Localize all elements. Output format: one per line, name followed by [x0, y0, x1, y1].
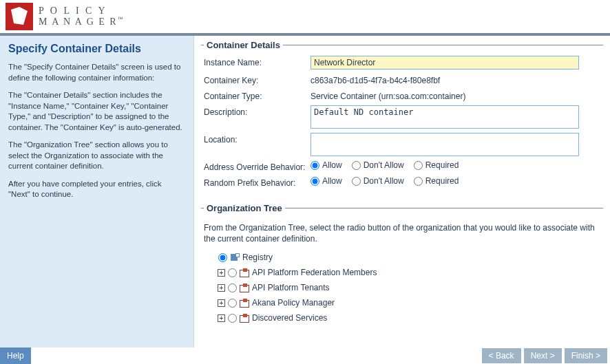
- org-tree-legend: Organization Tree: [204, 203, 285, 213]
- back-button[interactable]: < Back: [482, 348, 521, 363]
- org-tree-info: From the Organization Tree, select the r…: [204, 223, 600, 244]
- app-header: P O L I C Y M A N A G E R™: [0, 0, 610, 36]
- org-select-radio[interactable]: [228, 268, 237, 277]
- expand-icon[interactable]: +: [218, 284, 225, 292]
- addr-override-dont-radio[interactable]: [352, 161, 361, 170]
- next-button[interactable]: Next >: [524, 348, 562, 363]
- container-details-legend: Container Details: [204, 40, 283, 50]
- addr-override-required-radio[interactable]: [414, 161, 423, 170]
- addr-override-dont[interactable]: Don't Allow: [352, 160, 404, 170]
- tree-spacer: [208, 254, 215, 261]
- container-details-fieldset: Container Details Instance Name: Contain…: [201, 40, 603, 199]
- org-tree-node: +Akana Policy Manager: [218, 298, 600, 308]
- org-select-radio[interactable]: [228, 314, 237, 323]
- brand-line1: P O L I C Y: [39, 6, 123, 17]
- instance-name-input[interactable]: [311, 56, 579, 69]
- location-input[interactable]: [311, 133, 579, 156]
- finish-button[interactable]: Finish >: [565, 348, 607, 363]
- random-prefix-allow[interactable]: Allow: [311, 176, 342, 186]
- registry-icon: [230, 253, 240, 261]
- sidebar-p1: The "Specify Container Details" screen i…: [8, 62, 185, 83]
- org-tree-node: Registry: [208, 253, 600, 262]
- org-node-label[interactable]: Akana Policy Manager: [252, 298, 335, 308]
- org-node-label[interactable]: Registry: [242, 253, 273, 262]
- org-select-radio[interactable]: [218, 253, 227, 262]
- org-select-radio[interactable]: [228, 283, 237, 292]
- main-area: Specify Container Details The "Specify C…: [0, 36, 610, 347]
- instruction-sidebar: Specify Container Details The "Specify C…: [0, 36, 194, 347]
- random-prefix-required-radio[interactable]: [414, 177, 423, 186]
- org-tree-node: +API Platform Federation Members: [218, 268, 600, 277]
- help-button[interactable]: Help: [0, 347, 31, 364]
- org-tree-node: +Discovered Services: [218, 313, 600, 323]
- row-description: Description:: [204, 105, 600, 129]
- org-tree-fieldset: Organization Tree From the Organization …: [201, 203, 603, 335]
- expand-icon[interactable]: +: [218, 299, 225, 307]
- sidebar-title: Specify Container Details: [8, 43, 185, 55]
- org-tree: Registry+API Platform Federation Members…: [208, 253, 600, 323]
- organization-icon: [240, 299, 249, 307]
- label-addr-override: Address Override Behavior:: [204, 160, 311, 172]
- value-container-key: c863a7b6-d1d5-4f7a-b4c4-f80e8fbf: [311, 74, 600, 85]
- random-prefix-group: Allow Don't Allow Required: [311, 176, 459, 186]
- addr-override-required[interactable]: Required: [414, 160, 459, 170]
- random-prefix-dont-radio[interactable]: [352, 177, 361, 186]
- label-location: Location:: [204, 133, 311, 144]
- row-instance-name: Instance Name:: [204, 56, 600, 69]
- logo-text: P O L I C Y M A N A G E R™: [39, 6, 123, 27]
- organization-icon: [240, 314, 249, 322]
- addr-override-allow-radio[interactable]: [311, 161, 319, 170]
- wizard-footer: Help < Back Next > Finish >: [0, 347, 610, 364]
- organization-icon: [240, 268, 249, 277]
- sidebar-p2: The "Container Details" section includes…: [8, 90, 185, 133]
- org-tree-node: +API Platform Tenants: [218, 283, 600, 292]
- organization-icon: [240, 283, 249, 292]
- org-node-label[interactable]: API Platform Federation Members: [252, 268, 377, 277]
- row-location: Location:: [204, 133, 600, 156]
- value-container-type: Service Container (urn:soa.com:container…: [311, 89, 600, 101]
- brand-line2: M A N A G E R™: [39, 17, 123, 27]
- wizard-button-group: < Back Next > Finish >: [482, 347, 610, 364]
- logo-icon: [6, 3, 33, 30]
- org-select-radio[interactable]: [228, 299, 237, 308]
- addr-override-allow[interactable]: Allow: [311, 160, 342, 170]
- description-input[interactable]: [311, 105, 579, 129]
- addr-override-group: Allow Don't Allow Required: [311, 160, 459, 170]
- row-addr-override: Address Override Behavior: Allow Don't A…: [204, 160, 600, 172]
- row-container-type: Container Type: Service Container (urn:s…: [204, 89, 600, 101]
- row-random-prefix: Random Prefix Behavior: Allow Don't Allo…: [204, 176, 600, 188]
- label-random-prefix: Random Prefix Behavior:: [204, 176, 311, 188]
- row-container-key: Container Key: c863a7b6-d1d5-4f7a-b4c4-f…: [204, 74, 600, 85]
- label-instance-name: Instance Name:: [204, 56, 311, 67]
- random-prefix-allow-radio[interactable]: [311, 177, 319, 186]
- label-container-type: Container Type:: [204, 89, 311, 101]
- random-prefix-dont[interactable]: Don't Allow: [352, 176, 404, 186]
- label-description: Description:: [204, 105, 311, 117]
- org-node-label[interactable]: API Platform Tenants: [252, 283, 330, 292]
- org-node-label[interactable]: Discovered Services: [252, 313, 327, 323]
- expand-icon[interactable]: +: [218, 314, 225, 322]
- expand-icon[interactable]: +: [218, 269, 225, 277]
- sidebar-p4: After you have completed your entries, c…: [8, 179, 185, 200]
- sidebar-p3: The "Organization Tree" section allows y…: [8, 140, 185, 172]
- content-pane: Container Details Instance Name: Contain…: [194, 36, 610, 347]
- random-prefix-required[interactable]: Required: [414, 176, 459, 186]
- label-container-key: Container Key:: [204, 74, 311, 85]
